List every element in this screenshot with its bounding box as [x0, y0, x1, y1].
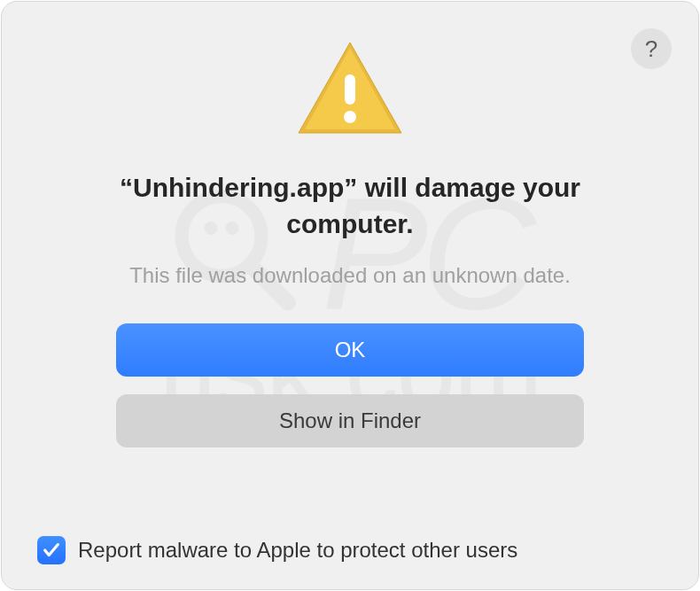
checkmark-icon — [42, 540, 61, 560]
dialog-title: “Unhindering.app” will damage your compu… — [75, 170, 625, 242]
report-malware-checkbox[interactable] — [37, 536, 66, 564]
ok-button[interactable]: OK — [116, 323, 584, 377]
help-button[interactable]: ? — [631, 28, 672, 69]
help-icon: ? — [645, 35, 657, 63]
dialog-subtitle: This file was downloaded on an unknown d… — [129, 263, 571, 288]
svg-point-5 — [344, 111, 356, 123]
report-malware-label: Report malware to Apple to protect other… — [78, 538, 517, 563]
app-name: Unhindering.app — [133, 173, 344, 202]
report-malware-row: Report malware to Apple to protect other… — [37, 536, 517, 564]
svg-rect-4 — [345, 74, 355, 105]
show-in-finder-button[interactable]: Show in Finder — [116, 394, 584, 447]
warning-icon — [293, 37, 407, 145]
gatekeeper-warning-dialog: PC risk.com ? “Unhindering.app” will dam… — [1, 1, 699, 590]
